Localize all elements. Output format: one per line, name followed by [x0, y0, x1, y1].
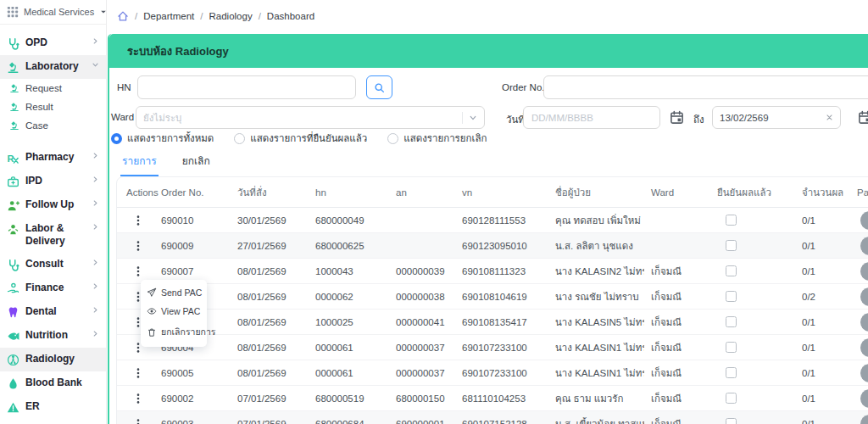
breadcrumb-item-department[interactable]: Department [143, 11, 194, 21]
table-row: 08/01/25691000025000000041690108135417นา… [117, 310, 868, 335]
cell-hn: 680000049 [309, 208, 389, 232]
sidebar-subitem-label: Case [25, 120, 48, 131]
confirm-checkbox[interactable] [726, 291, 737, 302]
pacs-status-dot[interactable] [860, 415, 868, 424]
cell-result-count: 0/1 [795, 411, 850, 424]
cell-patient-name: คุณ ทดสอบ เพิ่มใหม่ [548, 208, 644, 232]
sidebar-subitem-request[interactable]: Request [0, 79, 106, 98]
confirm-checkbox[interactable] [726, 215, 737, 226]
radio-option-แสดงรายการทั้งหมด[interactable]: แสดงรายการทั้งหมด [111, 131, 214, 146]
sidebar-item-er[interactable]: ER [0, 395, 106, 419]
pacs-status-dot[interactable] [860, 237, 868, 255]
confirm-checkbox[interactable] [726, 418, 737, 424]
table-row: 08/01/25690000062000000038690108104619นา… [117, 284, 868, 310]
date-to-input[interactable]: 13/02/2569 [712, 106, 841, 129]
cell-order-no: 690010 [154, 208, 231, 232]
sidebar-item-pharmacy[interactable]: RPharmacy [0, 146, 106, 170]
hn-input[interactable] [137, 75, 356, 99]
pacs-status-dot[interactable] [860, 389, 868, 408]
sidebar-item-label: Follow Up [25, 198, 86, 211]
sidebar-item-label: Consult [25, 258, 86, 271]
cell-actions [117, 233, 154, 258]
sidebar-item-follow-up[interactable]: Follow Up [0, 193, 106, 217]
cell-order-no: 690003 [154, 411, 231, 424]
row-actions-kebab-icon[interactable] [132, 418, 144, 424]
confirm-checkbox[interactable] [726, 240, 737, 251]
person-plus-icon [7, 199, 19, 212]
calendar-icon[interactable] [858, 110, 868, 125]
cell-patient-name: นาง KALASIN1 ไม่ทราบ [548, 335, 644, 360]
cell-an: 690000001 [389, 411, 455, 424]
tab-ยกเลิก[interactable]: ยกเลิก [181, 148, 212, 176]
row-actions-kebab-icon[interactable] [132, 240, 144, 252]
sidebar-subitem-result[interactable]: Result [0, 98, 106, 116]
pacs-status-dot[interactable] [860, 287, 868, 306]
radio-option-แสดงรายการที่ยืนยันผลแล้ว[interactable]: แสดงรายการที่ยืนยันผลแล้ว [234, 131, 367, 146]
sidebar-item-opd[interactable]: OPD [0, 31, 106, 55]
sidebar-item-label: OPD [25, 36, 86, 49]
confirm-checkbox[interactable] [726, 316, 737, 327]
confirm-checkbox[interactable] [726, 265, 737, 276]
cell-confirmed [710, 284, 795, 309]
sidebar-item-labor-delivery[interactable]: Labor & Delivery [0, 217, 106, 253]
cell-ward: เก็จมณี [644, 386, 710, 410]
pacs-status-dot[interactable] [860, 364, 868, 382]
pacs-status-dot[interactable] [860, 313, 868, 332]
row-actions-kebab-icon[interactable] [132, 367, 144, 379]
sidebar-item-laboratory[interactable]: Laboratory [0, 55, 106, 79]
confirm-checkbox[interactable] [726, 367, 737, 378]
breadcrumb-item-dashboard[interactable]: Dashboard [267, 11, 314, 21]
row-actions-kebab-icon[interactable] [132, 393, 144, 404]
menu-item-send-pac[interactable]: Send PAC [141, 283, 207, 302]
sidebar-subitem-case[interactable]: Case [0, 116, 106, 135]
menu-item-view-pac[interactable]: View PAC [141, 302, 207, 321]
pacs-status-dot[interactable] [860, 338, 868, 357]
sidebar-item-finance[interactable]: Finance [0, 276, 106, 300]
sidebar-item-label: Labor & Delivery [25, 222, 86, 248]
svg-text:R: R [7, 153, 14, 164]
sidebar-item-blood-bank[interactable]: Blood Bank [0, 371, 106, 395]
row-actions-kebab-icon[interactable] [132, 215, 144, 226]
breadcrumb-item-radiology[interactable]: Radiology [209, 11, 253, 21]
close-icon[interactable] [826, 114, 833, 121]
row-actions-kebab-icon[interactable] [132, 265, 144, 277]
grid-icon [7, 6, 19, 18]
cell-pacs [850, 259, 868, 283]
search-button[interactable] [366, 75, 392, 99]
cell-vn: 690108104619 [455, 284, 548, 309]
order-no-input[interactable] [543, 75, 868, 99]
cell-order-date: 30/01/2569 [231, 208, 309, 232]
sidebar-subitem-label: Request [25, 83, 62, 93]
sidebar-item-consult[interactable]: Consult [0, 253, 106, 276]
row-action-menu: Send PACView PACยกเลิกรายการ [141, 280, 207, 347]
pacs-status-dot[interactable] [860, 211, 868, 230]
pacs-status-dot[interactable] [860, 262, 868, 281]
date-to-value: 13/02/2569 [720, 113, 826, 123]
cell-confirmed [710, 386, 795, 410]
chevron-right-icon [92, 223, 99, 231]
sidebar-item-nutrition[interactable]: Nutrition [0, 324, 106, 348]
cell-hn: 1000043 [309, 259, 389, 283]
cell-confirmed [710, 259, 795, 283]
sidebar-item-ipd[interactable]: IPD [0, 170, 106, 193]
confirm-checkbox[interactable] [726, 393, 737, 404]
confirm-checkbox[interactable] [726, 342, 737, 353]
chevron-right-icon [92, 176, 99, 183]
home-icon[interactable] [117, 10, 129, 22]
tab-รายการ[interactable]: รายการ [120, 148, 159, 176]
ward-select[interactable]: ยังไม่ระบุ [136, 106, 485, 129]
cell-patient-name: นาง KALASIN2 ไม่ทราบ [548, 259, 644, 283]
column-header-จำนวนผล: จำนวนผล [795, 177, 850, 207]
sidebar-item-radiology[interactable]: Radiology [0, 348, 106, 371]
eye-icon [147, 306, 157, 316]
cell-hn: 0000061 [309, 360, 389, 385]
workspace-switcher[interactable]: Medical Services [0, 0, 106, 25]
cell-an [389, 208, 455, 232]
sidebar-item-dental[interactable]: Dental [0, 300, 106, 324]
cell-result-count: 0/1 [795, 310, 850, 334]
radio-option-แสดงรายการยกเลิก[interactable]: แสดงรายการยกเลิก [387, 131, 487, 146]
menu-item-ยกเลิกรายการ[interactable]: ยกเลิกรายการ [141, 321, 207, 343]
date-from-input[interactable] [523, 106, 660, 129]
calendar-icon[interactable] [670, 110, 684, 125]
column-header-ยืนยันผลแล้ว: ยืนยันผลแล้ว [710, 177, 795, 207]
